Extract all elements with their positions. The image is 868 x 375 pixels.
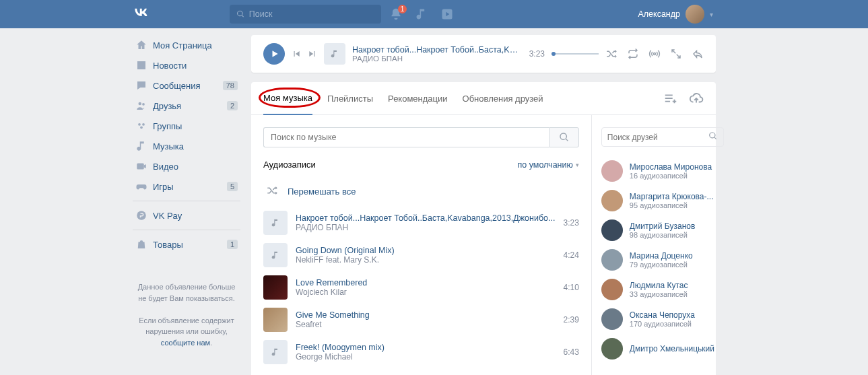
ad-report-link[interactable]: сообщите нам bbox=[161, 339, 210, 347]
track-duration: 4:10 bbox=[564, 283, 579, 292]
tab-friends-updates[interactable]: Обновления друзей bbox=[463, 83, 543, 114]
friend-name: Оксана Чепоруха bbox=[630, 310, 724, 320]
track-artist: NekliFF feat. Mary S.K. bbox=[296, 255, 556, 265]
track-row[interactable]: Накроет тобой...Накроет Тобой..Баста,Kav… bbox=[263, 207, 579, 239]
friends-icon bbox=[135, 100, 147, 112]
friend-avatar bbox=[601, 249, 623, 271]
track-title: Going Down (Original Mix) bbox=[296, 246, 556, 255]
sidebar-item-goods[interactable]: Товары 1 bbox=[133, 234, 240, 254]
friend-avatar bbox=[601, 160, 623, 182]
notifications-badge: 1 bbox=[398, 5, 407, 13]
friend-avatar bbox=[601, 190, 623, 211]
sidebar-item-messages[interactable]: Сообщения78 bbox=[133, 75, 240, 96]
tabs: Моя музыка Плейлисты Рекомендации Обновл… bbox=[251, 82, 716, 115]
friend-name: Мирослава Миронова bbox=[630, 162, 724, 172]
count-badge: 78 bbox=[223, 81, 238, 90]
play-button[interactable] bbox=[263, 43, 285, 65]
track-duration: 4:24 bbox=[564, 250, 579, 260]
tab-my-music[interactable]: Моя музыка bbox=[263, 82, 312, 115]
sidebar-item-games[interactable]: Игры5 bbox=[133, 176, 240, 197]
prev-button[interactable] bbox=[292, 49, 301, 59]
bag-icon bbox=[135, 238, 147, 250]
svg-point-8 bbox=[654, 53, 656, 55]
friend-name: Людмила Кутас bbox=[630, 281, 724, 290]
count-badge: 2 bbox=[227, 101, 238, 110]
track-title: Give Me Something bbox=[296, 310, 556, 320]
music-icon bbox=[135, 140, 147, 152]
now-playing-thumb bbox=[324, 43, 345, 65]
svg-point-4 bbox=[142, 123, 145, 126]
sidebar-item-vkpay[interactable]: VK Pay bbox=[133, 205, 240, 226]
track-thumb bbox=[263, 308, 288, 332]
track-artist: Seafret bbox=[296, 320, 556, 329]
news-icon bbox=[135, 59, 147, 71]
user-name: Александр bbox=[638, 9, 680, 19]
track-row[interactable]: Give Me SomethingSeafret2:39 bbox=[263, 304, 579, 336]
sidebar-item-video[interactable]: Видео bbox=[133, 156, 240, 176]
shuffle-all[interactable]: Перемешать все bbox=[263, 179, 579, 207]
vk-logo[interactable] bbox=[133, 4, 149, 24]
track-title: Love Remembered bbox=[296, 278, 556, 287]
track-thumb bbox=[263, 340, 288, 364]
messages-icon bbox=[135, 79, 147, 92]
broadcast-icon[interactable] bbox=[648, 48, 661, 60]
notifications-icon[interactable]: 1 bbox=[389, 7, 403, 21]
music-search-button[interactable] bbox=[549, 127, 579, 147]
next-button[interactable] bbox=[308, 49, 317, 59]
shuffle-icon bbox=[266, 184, 278, 199]
games-icon bbox=[135, 180, 147, 193]
player: Накроет тобой...Накроет Тобой..Баста,Kav… bbox=[251, 35, 716, 73]
track-row[interactable]: Freek! (Moogymen mix)George Michael6:43 bbox=[263, 336, 579, 368]
friend-row[interactable]: Мирослава Миронова16 аудиозаписей bbox=[601, 156, 724, 186]
friend-avatar bbox=[601, 308, 623, 330]
sidebar-item-groups[interactable]: Группы bbox=[133, 116, 240, 136]
volume-slider[interactable] bbox=[552, 53, 599, 55]
playlist-add-icon[interactable] bbox=[663, 91, 678, 106]
tab-recommendations[interactable]: Рекомендации bbox=[388, 83, 448, 114]
friends-search-input[interactable] bbox=[607, 133, 708, 142]
friend-avatar bbox=[601, 279, 623, 300]
sort-dropdown[interactable]: по умолчанию▾ bbox=[518, 160, 579, 170]
shuffle-icon[interactable] bbox=[605, 48, 617, 60]
top-play-icon[interactable] bbox=[440, 7, 454, 21]
track-row[interactable]: Love RememberedWojciech Kilar4:10 bbox=[263, 271, 579, 304]
friend-row[interactable]: Дмитро Хмельницький bbox=[601, 334, 724, 364]
friend-row[interactable]: Маргарита Крюкова-...95 аудиозаписей bbox=[601, 186, 724, 215]
track-thumb bbox=[263, 211, 288, 235]
repeat-icon[interactable] bbox=[627, 48, 639, 60]
svg-point-1 bbox=[139, 102, 142, 106]
sidebar-item-news[interactable]: Новости bbox=[133, 55, 240, 75]
cloud-upload-icon[interactable] bbox=[689, 91, 704, 106]
friend-row[interactable]: Людмила Кутас33 аудиозаписей bbox=[601, 275, 724, 304]
friends-search bbox=[601, 127, 724, 147]
track-title: Накроет тобой...Накроет Тобой..Баста,Kav… bbox=[296, 213, 556, 223]
friend-count: 95 аудиозаписей bbox=[630, 201, 724, 209]
friend-row[interactable]: Марина Доценко79 аудиозаписей bbox=[601, 245, 724, 275]
friend-row[interactable]: Дмитрий Бузанов98 аудиозаписей bbox=[601, 215, 724, 245]
svg-point-2 bbox=[142, 103, 145, 106]
tab-playlists[interactable]: Плейлисты bbox=[327, 83, 373, 114]
sidebar-item-friends[interactable]: Друзья2 bbox=[133, 96, 240, 116]
groups-icon bbox=[135, 120, 147, 132]
audio-title: Аудиозаписи bbox=[263, 160, 316, 170]
share-icon[interactable] bbox=[692, 48, 704, 60]
track-title: Freek! (Moogymen mix) bbox=[296, 343, 556, 352]
sidebar-item-music[interactable]: Музыка bbox=[133, 136, 240, 156]
track-artist: РАДИО БПАН bbox=[296, 223, 556, 232]
user-menu[interactable]: Александр ▾ bbox=[638, 5, 713, 24]
global-search[interactable] bbox=[230, 5, 381, 24]
top-music-icon[interactable] bbox=[415, 7, 428, 21]
friend-count: 79 аудиозаписей bbox=[630, 261, 724, 269]
global-search-input[interactable] bbox=[249, 9, 374, 19]
friend-row[interactable]: Оксана Чепоруха170 аудиозаписей bbox=[601, 304, 724, 334]
track-row[interactable]: Going Down (Original Mix)NekliFF feat. M… bbox=[263, 239, 579, 271]
now-playing-time: 3:23 bbox=[529, 49, 545, 59]
expand-icon[interactable] bbox=[670, 48, 682, 60]
track-duration: 3:23 bbox=[564, 218, 579, 228]
friend-name: Марина Доценко bbox=[630, 251, 724, 261]
chevron-down-icon: ▾ bbox=[576, 162, 579, 168]
sidebar-item-home[interactable]: Моя Страница bbox=[133, 35, 240, 55]
sidebar: Моя СтраницаНовостиСообщения78Друзья2Гру… bbox=[133, 35, 240, 348]
music-search-input[interactable] bbox=[263, 127, 549, 147]
main: Накроет тобой...Накроет Тобой..Баста,Kav… bbox=[251, 35, 716, 375]
